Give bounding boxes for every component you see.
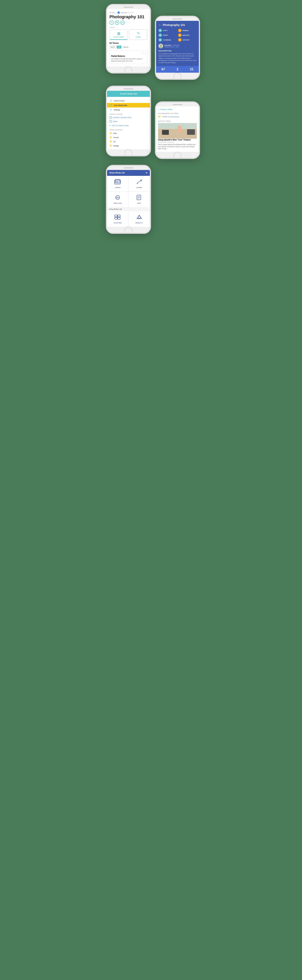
your-study-sets-item[interactable]: ☰ Your Study Sets [107, 103, 150, 107]
class-italian[interactable]: ≡ Italian [109, 119, 147, 123]
close-button[interactable]: ✕ [145, 172, 147, 174]
svg-line-6 [137, 181, 141, 183]
export-action[interactable]: ⊕ EXPORT [178, 38, 196, 41]
report-action[interactable]: ⊕ REPORT [178, 33, 196, 37]
phone-home-button-5[interactable] [107, 227, 150, 232]
news-title: Using Quizlet's New "Live" Feature [158, 139, 197, 141]
combine-icon: ⊕ [158, 38, 162, 41]
spelling-mode-cell[interactable]: SPELLING [107, 192, 128, 207]
news-excerpt: This is a guest blog post by Bethany Pet… [158, 144, 197, 150]
learn-mode-cell[interactable]: LEARN [129, 176, 150, 191]
svg-point-19 [138, 216, 141, 218]
folder-icon-2: 📁 [109, 136, 112, 139]
test-label: TEST [137, 202, 141, 204]
print-action[interactable]: ⊕ PRINT [158, 33, 177, 37]
laptop-right [187, 129, 195, 135]
learn-icon: ✎ [137, 31, 140, 35]
more-button[interactable]: ••• [120, 21, 125, 25]
embed-action[interactable]: ⊕ EMBED [178, 29, 196, 32]
folder-film[interactable]: 📁 Film [109, 131, 147, 135]
back-arrow-icon: ← [158, 23, 161, 27]
filter-starred-button[interactable]: Starred [122, 46, 129, 49]
scatter-mode-cell[interactable]: SCATTER [107, 211, 128, 227]
join-class-item[interactable]: + Join or create a class [109, 123, 147, 128]
gravity-mode-cell[interactable]: GRAVITY [129, 211, 150, 227]
folder-icon: 📁 [109, 132, 112, 135]
export-icon: ⊕ [178, 38, 182, 41]
test-mode-cell[interactable]: TEST [129, 192, 150, 207]
svg-point-7 [141, 180, 142, 181]
folder-french[interactable]: 📁 French [109, 135, 147, 140]
classes-section-label: YOUR CLASSES [109, 114, 147, 115]
study-modes: ▦ FLASH CARDS ✎ LEARN [109, 29, 147, 40]
svg-rect-15 [115, 217, 117, 219]
set-title: Photography 101 [109, 14, 147, 19]
study-modes-grid: CARDS LEARN [107, 176, 150, 207]
phone-notch-4 [156, 103, 199, 107]
clock-icon: 🕐 [109, 100, 112, 102]
add-button[interactable]: + [109, 21, 114, 25]
audio-icon[interactable]: ♪ [145, 52, 146, 54]
phone-notch [107, 5, 150, 9]
settings-icon: ⚙ [109, 109, 112, 111]
folder-design[interactable]: 📁 Design [109, 144, 147, 148]
copy-icon: ⊕ [158, 29, 162, 32]
filter-all-button[interactable]: All [117, 46, 122, 49]
cards-mode-cell[interactable]: CARDS [107, 176, 128, 191]
bookmarked-folder-icon: 📁 [158, 115, 161, 118]
term-definition: A Principle of Design that describes a t… [111, 58, 146, 62]
star-icon[interactable]: ☆ [142, 52, 144, 54]
flashcards-icon: ▦ [117, 31, 120, 35]
learn-label-big: LEARN [136, 187, 142, 188]
svg-rect-17 [118, 217, 120, 219]
phone-home-button-2[interactable] [156, 73, 199, 79]
spelling-label: SPELLING [114, 202, 122, 204]
svg-rect-16 [118, 215, 120, 217]
folder-art[interactable]: 📁 Art [109, 140, 147, 144]
creator-info: ladunklee TEACHER Created on Dec 7, 2015 [158, 44, 196, 48]
cards-label: CARDS [115, 187, 120, 188]
phone-home-button[interactable] [107, 67, 150, 72]
back-button[interactable]: ← Photography 101 [158, 23, 196, 27]
learn-icon-big [136, 179, 143, 186]
copy-action[interactable]: ⊕ COPY [158, 29, 177, 32]
embed-icon: ⊕ [178, 29, 182, 32]
list-icon: ☰ [109, 104, 112, 106]
combine-action[interactable]: ⊕ COMBINE [158, 38, 177, 41]
cards-icon [114, 179, 121, 186]
create-folder-button[interactable]: + Create a folder [158, 108, 197, 110]
phone-notch-5 [107, 166, 150, 170]
news-label: QUIZLET NEWS [158, 121, 197, 122]
play-modes-header: Play Modes (3) [107, 207, 150, 211]
test-icon [136, 195, 143, 201]
bookmarked-item[interactable]: 📁 APWH Contemporary [158, 115, 197, 118]
creator-avatar-2 [158, 44, 163, 48]
stat-67: 67 [156, 66, 171, 73]
plus-icon: + [109, 124, 111, 127]
print-icon: ⊕ [158, 33, 162, 37]
learn-mode[interactable]: ✎ LEARN [129, 29, 147, 40]
folder-icon-3: 📁 [109, 140, 112, 143]
class-ultimate[interactable]: ≡ Quizlet's Ultimate Class [109, 116, 147, 119]
term-actions: ☆ ♪ [111, 52, 146, 54]
latest-activity-item[interactable]: 🕐 Latest Activity [109, 99, 147, 103]
phone-home-button-3[interactable] [107, 149, 150, 155]
set-meta: 52 terms | ladunklee TEACHER [109, 11, 147, 14]
settings-item[interactable]: ⚙ Settings [109, 107, 147, 112]
svg-rect-3 [115, 180, 120, 183]
stat-21: 21 [185, 66, 199, 73]
gravity-label: GRAVITY [136, 222, 143, 224]
sort-button[interactable]: Sort ▾ [109, 45, 116, 49]
play-modes-grid: SCATTER GRAVITY [107, 211, 150, 227]
info-header: ← Photography 101 ⊕ COPY ⊕ EMBED [156, 21, 199, 66]
set-actions: + ✎ ••• [109, 21, 147, 25]
flashcards-mode[interactable]: ▦ FLASH CARDS [109, 29, 128, 40]
bookmarked-label: BOOKMARKED FOLDERS [158, 113, 197, 114]
filter-row: Sort ▾ All Starred [109, 45, 147, 49]
phone-home-button-4[interactable] [156, 152, 199, 158]
edit-button[interactable]: ✎ [115, 21, 119, 25]
modes-header: Study Modes (4) ✕ [107, 170, 150, 176]
term-title: Radial Balance [111, 55, 146, 57]
description-label: DESCRIPTION [158, 50, 196, 52]
create-study-set-button[interactable]: Create Study Set [107, 91, 150, 97]
